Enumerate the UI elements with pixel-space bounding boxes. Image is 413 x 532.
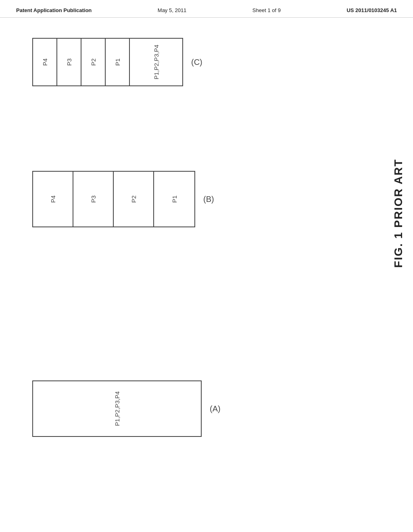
diagram-b-label-p4: P4 [50, 195, 56, 203]
content-area: P4 P3 P2 P1 P1,P2,P3,P4 (C) P4 P3 [0, 18, 413, 530]
diagram-b-cell-p3: P3 [73, 172, 114, 227]
diagram-b-cell-p4: P4 [33, 172, 73, 227]
diagram-a-letter: (A) [210, 404, 221, 414]
diagram-c-cell-p4: P4 [33, 39, 57, 85]
header-sheet: Sheet 1 of 9 [252, 7, 281, 13]
diagram-c-label-p1: P1 [114, 58, 121, 66]
diagram-a-label-combined: P1,P2,P3,P4 [114, 391, 121, 426]
diagram-c-cell-combined: P1,P2,P3,P4 [130, 39, 182, 85]
diagram-a: P1,P2,P3,P4 (A) [32, 380, 221, 437]
header-date: May 5, 2011 [158, 7, 187, 13]
diagram-c-label-p2: P2 [90, 58, 97, 66]
diagram-c-label-p3: P3 [66, 58, 73, 66]
diagram-b-label-p3: P3 [90, 195, 97, 203]
diagram-c-cell-p1: P1 [106, 39, 130, 85]
diagram-b-label-p1: P1 [171, 195, 178, 203]
diagram-c-letter: (C) [191, 58, 202, 67]
header-patent-number: US 2011/0103245 A1 [346, 7, 397, 13]
diagram-a-table: P1,P2,P3,P4 [32, 380, 202, 437]
diagram-b-cell-p1: P1 [154, 172, 194, 227]
diagram-b-table: P4 P3 P2 P1 [32, 171, 195, 227]
diagram-b-letter: (B) [203, 195, 214, 204]
header-publication-type: Patent Application Publication [16, 7, 92, 13]
diagram-b-label-p2: P2 [130, 195, 137, 203]
diagram-c-cell-p3: P3 [57, 39, 81, 85]
diagram-b-cell-p2: P2 [114, 172, 154, 227]
diagram-c-label-p4: P4 [42, 58, 48, 66]
diagram-b: P4 P3 P2 P1 (B) [32, 171, 214, 227]
diagram-c: P4 P3 P2 P1 P1,P2,P3,P4 (C) [32, 38, 202, 86]
diagram-c-label-combined: P1,P2,P3,P4 [153, 45, 160, 79]
page-header: Patent Application Publication May 5, 20… [0, 0, 413, 18]
diagram-c-table: P4 P3 P2 P1 P1,P2,P3,P4 [32, 38, 183, 86]
diagram-c-cell-p2: P2 [81, 39, 106, 85]
figure-label: FIG. 1 PRIOR ART [392, 159, 405, 268]
